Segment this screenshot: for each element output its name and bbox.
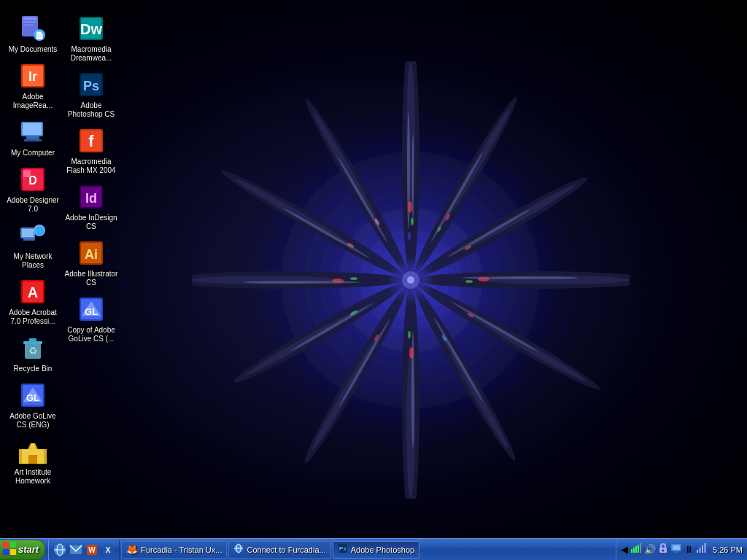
- connect-label: Connect to Furcadia...: [247, 545, 325, 554]
- taskbar: start W: [0, 538, 747, 560]
- svg-text:Ps: Ps: [83, 79, 99, 93]
- system-clock: 5:26 PM: [713, 545, 743, 554]
- indesign-label: Adobe InDesign CS: [63, 214, 119, 231]
- adobe-imageready-icon: Ir: [18, 61, 47, 90]
- desktop-icon-photoshop[interactable]: Ps Adobe Photoshop CS: [62, 67, 120, 122]
- svg-text:f: f: [88, 132, 94, 150]
- tray-audio-icon[interactable]: 🔊: [644, 544, 656, 555]
- desktop-icon-dreamweaver[interactable]: Dw Macromedia Dreamwea...: [62, 11, 120, 66]
- svg-rect-116: [3, 542, 9, 548]
- photoshop-task-label: Adobe Photoshop: [351, 545, 414, 554]
- svg-point-7: [411, 218, 414, 225]
- tray-network-icon[interactable]: [630, 543, 642, 556]
- svg-rect-117: [10, 542, 16, 548]
- desktop-icon-my-documents[interactable]: 📄 My Documents: [4, 11, 62, 57]
- svg-point-35: [408, 331, 411, 338]
- network-places-icon: 🌐: [18, 221, 47, 250]
- illustrator-icon: Ai: [77, 238, 106, 268]
- flash-label: Macromedia Flash MX 2004: [63, 158, 119, 175]
- svg-point-48: [350, 277, 357, 280]
- adobe-imageready-label: Adobe ImageRea...: [5, 93, 61, 110]
- my-computer-label: My Computer: [11, 149, 55, 158]
- desktop-icon-recycle-bin[interactable]: ♻ Recycle Bin: [4, 330, 62, 376]
- svg-point-47: [332, 279, 344, 283]
- svg-point-139: [662, 550, 665, 552]
- tray-pause-icon[interactable]: ⏸: [684, 544, 694, 555]
- svg-rect-72: [24, 139, 42, 141]
- system-tray: ◀ 🔊: [616, 540, 747, 560]
- furcadia-label: Furcadia - Tristan Ux...: [141, 545, 222, 554]
- svg-text:🌐: 🌐: [35, 226, 44, 236]
- svg-text:W: W: [88, 546, 96, 554]
- svg-rect-70: [23, 123, 42, 135]
- desktop-icon-copy-golive[interactable]: GL Copy of Adobe GoLive CS (...: [62, 292, 120, 346]
- desktop-icon-art-institute[interactable]: Art Institute Homework: [4, 434, 62, 489]
- taskbar-item-photoshop[interactable]: Ps Adobe Photoshop: [333, 541, 419, 559]
- desktop-icon-my-computer[interactable]: My Computer: [4, 114, 62, 160]
- desktop-icon-adobe-designer[interactable]: D Adobe Designer 7.0: [4, 162, 62, 217]
- svg-point-59: [407, 276, 414, 284]
- photoshop-icon: Ps: [77, 70, 106, 99]
- my-documents-icon: 📄: [18, 14, 47, 43]
- tray-arrow-icon[interactable]: ◀: [621, 544, 628, 555]
- desktop-icon-illustrator[interactable]: Ai Adobe Illustrator CS: [62, 236, 120, 290]
- illustrator-label: Adobe Illustrator CS: [63, 270, 119, 287]
- svg-rect-79: [23, 238, 35, 241]
- svg-rect-119: [10, 549, 16, 555]
- quick-icon4[interactable]: X: [101, 542, 115, 557]
- svg-rect-76: [23, 170, 31, 177]
- svg-point-22: [465, 280, 473, 283]
- tray-lock-icon[interactable]: [658, 543, 668, 556]
- svg-text:Id: Id: [85, 191, 97, 206]
- adobe-designer-label: Adobe Designer 7.0: [5, 196, 61, 214]
- photoshop-label: Adobe Photoshop CS: [63, 101, 119, 119]
- svg-rect-63: [23, 24, 34, 26]
- svg-text:Ir: Ir: [28, 69, 37, 84]
- quick-icon3[interactable]: W: [85, 542, 99, 557]
- svg-rect-87: [29, 338, 36, 341]
- desktop-icon-adobe-imageready[interactable]: Ir Adobe ImageRea...: [4, 58, 62, 113]
- svg-rect-142: [674, 551, 678, 553]
- desktop-icon-flash[interactable]: f Macromedia Flash MX 2004: [62, 123, 120, 178]
- desktop-icon-golive[interactable]: GL Adobe GoLive CS (ENG): [4, 378, 62, 432]
- flash-icon: f: [77, 126, 106, 155]
- my-documents-label: My Documents: [9, 45, 58, 54]
- svg-rect-136: [638, 545, 639, 553]
- desktop-icon-acrobat[interactable]: A Adobe Acrobat 7.0 Professi...: [4, 274, 62, 329]
- desktop-icon-indesign[interactable]: Id Adobe InDesign CS: [62, 179, 120, 234]
- start-button[interactable]: start: [0, 540, 45, 560]
- svg-point-8: [408, 232, 411, 241]
- svg-rect-134: [633, 548, 635, 553]
- svg-text:X: X: [106, 546, 111, 554]
- svg-rect-71: [26, 136, 39, 139]
- svg-rect-135: [635, 546, 637, 553]
- recycle-bin-icon: ♻: [18, 333, 47, 362]
- svg-text:Ps: Ps: [339, 545, 347, 552]
- windows-logo: [3, 542, 16, 558]
- quick-ie-icon[interactable]: [53, 542, 67, 557]
- svg-text:♻: ♻: [28, 345, 38, 357]
- taskbar-item-connect-furcadia[interactable]: Connect to Furcadia...: [228, 541, 330, 559]
- svg-rect-133: [631, 549, 632, 553]
- svg-rect-146: [705, 543, 706, 553]
- art-institute-icon: [18, 437, 47, 466]
- svg-rect-137: [640, 543, 641, 553]
- quick-email-icon[interactable]: [69, 542, 83, 557]
- svg-point-6: [408, 201, 412, 213]
- desktop-icon-network-places[interactable]: 🌐 My Network Places: [4, 218, 62, 273]
- svg-rect-141: [673, 545, 680, 550]
- copy-golive-icon: GL: [77, 295, 106, 324]
- svg-rect-118: [3, 549, 9, 555]
- dreamweaver-label: Macromedia Dreamwea...: [63, 45, 119, 63]
- acrobat-icon: A: [18, 277, 47, 306]
- taskbar-item-furcadia[interactable]: 🦊 Furcadia - Tristan Ux...: [121, 541, 227, 559]
- svg-text:GL: GL: [26, 392, 39, 403]
- network-places-label: My Network Places: [5, 252, 61, 270]
- svg-rect-61: [23, 18, 36, 20]
- svg-text:📄: 📄: [35, 31, 44, 40]
- photoshop-task-icon: Ps: [338, 543, 348, 556]
- tray-signal-icon[interactable]: [696, 543, 708, 556]
- tray-monitor-icon[interactable]: [670, 543, 682, 556]
- svg-rect-78: [22, 229, 34, 237]
- connect-icon: [233, 543, 244, 556]
